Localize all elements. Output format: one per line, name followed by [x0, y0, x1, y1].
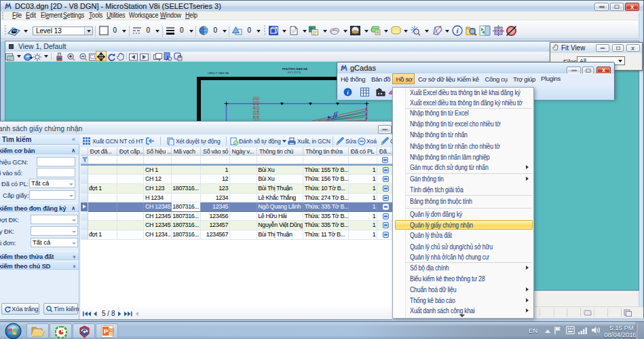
- svg-text:PHƯỜNG NAM HÀ: PHƯỜNG NAM HÀ: [282, 67, 307, 71]
- svg-text:P: P: [104, 327, 109, 335]
- svg-text:UBND P. NAM HÀ: UBND P. NAM HÀ: [208, 72, 229, 75]
- svg-text:K.P 1 (TỜ 5): K.P 1 (TỜ 5): [288, 71, 301, 74]
- svg-text:134153.48 45752: 134153.48 45752: [253, 96, 257, 121]
- svg-text:134154.62 45752: 134154.62 45752: [257, 96, 260, 121]
